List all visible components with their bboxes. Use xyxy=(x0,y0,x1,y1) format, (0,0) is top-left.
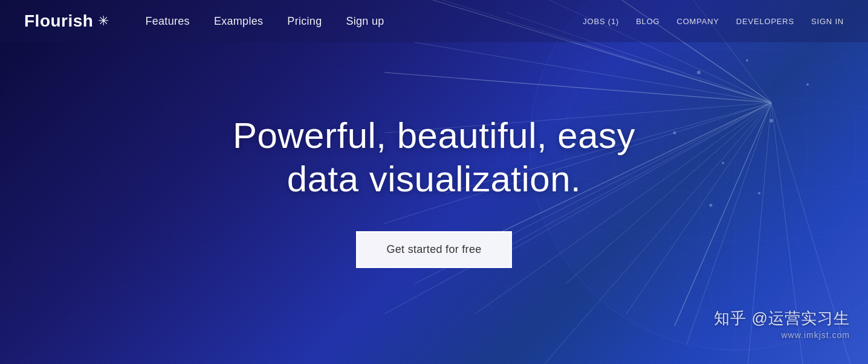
nav-signup[interactable]: Sign up xyxy=(346,15,384,28)
hero-section: Flourish ✳ Features Examples Pricing Sig… xyxy=(0,0,868,364)
svg-point-41 xyxy=(722,162,724,164)
navbar: Flourish ✳ Features Examples Pricing Sig… xyxy=(0,0,868,42)
cta-button[interactable]: Get started for free xyxy=(356,231,511,268)
logo-star-icon: ✳ xyxy=(98,13,109,29)
hero-title-line1: Powerful, beautiful, easy xyxy=(233,115,635,156)
logo[interactable]: Flourish ✳ xyxy=(24,11,109,31)
svg-point-38 xyxy=(697,71,701,74)
svg-point-40 xyxy=(673,132,676,135)
svg-point-44 xyxy=(758,192,760,194)
watermark: 知乎 @运营实习生 www.imkjst.com xyxy=(714,308,850,340)
main-navigation: Features Examples Pricing Sign up xyxy=(145,15,384,28)
logo-text: Flourish xyxy=(24,11,93,31)
hero-title: Powerful, beautiful, easy data visualiza… xyxy=(233,114,635,201)
nav-pricing[interactable]: Pricing xyxy=(287,15,322,28)
watermark-line2: www.imkjst.com xyxy=(714,330,850,340)
watermark-line1: 知乎 @运营实习生 xyxy=(714,308,850,329)
hero-title-line2: data visualization. xyxy=(287,159,581,199)
hero-content: Powerful, beautiful, easy data visualiza… xyxy=(233,114,635,268)
nav-company[interactable]: COMPANY xyxy=(676,17,719,26)
nav-examples[interactable]: Examples xyxy=(214,15,263,28)
nav-blog[interactable]: BLOG xyxy=(636,17,659,26)
nav-signin[interactable]: SIGN IN xyxy=(811,17,844,26)
nav-developers[interactable]: DEVELOPERS xyxy=(736,17,794,26)
nav-features[interactable]: Features xyxy=(145,15,189,28)
nav-jobs[interactable]: JOBS (1) xyxy=(583,17,619,26)
svg-point-39 xyxy=(746,59,748,62)
navbar-left: Flourish ✳ Features Examples Pricing Sig… xyxy=(24,11,384,31)
svg-point-45 xyxy=(710,204,713,207)
svg-point-42 xyxy=(769,119,773,123)
secondary-navigation: JOBS (1) BLOG COMPANY DEVELOPERS SIGN IN xyxy=(583,17,844,26)
svg-point-43 xyxy=(806,83,809,86)
